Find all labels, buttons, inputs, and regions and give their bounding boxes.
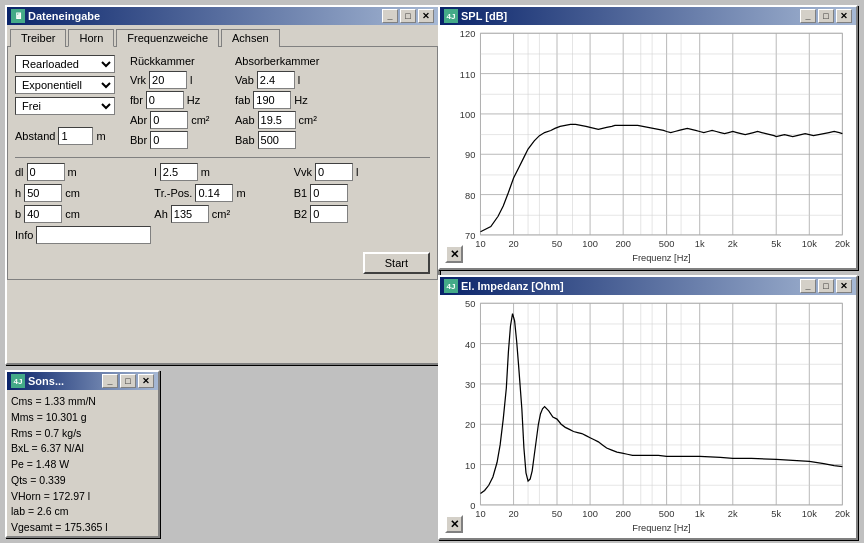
spl-minimize[interactable]: _ <box>800 9 816 23</box>
svg-text:50: 50 <box>552 239 562 249</box>
impedanz-minimize[interactable]: _ <box>800 279 816 293</box>
sons-line-1: Mms = 10.301 g <box>11 410 154 426</box>
svg-text:5k: 5k <box>771 239 781 249</box>
svg-text:1k: 1k <box>695 239 705 249</box>
impedanz-window: 4J El. Impedanz [Ohm] _ □ ✕ <box>438 275 858 540</box>
sons-line-8: Vgesamt = 175.365 l <box>11 520 154 536</box>
fbr-input[interactable] <box>146 91 184 109</box>
dateneingabe-title-bar: 🖥 Dateneingabe _ □ ✕ <box>7 7 438 25</box>
b-label: b <box>15 208 21 220</box>
svg-text:20: 20 <box>465 420 475 430</box>
fab-input[interactable] <box>253 91 291 109</box>
sons-line-4: Pe = 1.48 W <box>11 457 154 473</box>
abr-input[interactable] <box>150 111 188 129</box>
tab-frequenzweiche[interactable]: Frequenzweiche <box>116 29 219 47</box>
sons-title-bar: 4J Sons... _ □ ✕ <box>7 372 158 390</box>
sons-line-7: lab = 2.6 cm <box>11 504 154 520</box>
b1-label: B1 <box>294 187 307 199</box>
abstand-input[interactable] <box>58 127 93 145</box>
b2-input[interactable] <box>310 205 348 223</box>
svg-text:20k: 20k <box>835 239 850 249</box>
svg-text:500: 500 <box>659 509 675 519</box>
start-button[interactable]: Start <box>363 252 430 274</box>
type2-select[interactable]: Exponentiell <box>15 76 115 94</box>
b1-input[interactable] <box>310 184 348 202</box>
aab-input[interactable] <box>258 111 296 129</box>
spl-icon: 4J <box>444 9 458 23</box>
impedanz-icon: 4J <box>444 279 458 293</box>
spl-title-bar: 4J SPL [dB] _ □ ✕ <box>440 7 856 25</box>
tab-horn[interactable]: Horn <box>68 29 114 47</box>
svg-text:100: 100 <box>582 509 598 519</box>
type3-select[interactable]: Frei <box>15 97 115 115</box>
svg-text:100: 100 <box>582 239 598 249</box>
svg-text:200: 200 <box>615 239 631 249</box>
impedanz-maximize[interactable]: □ <box>818 279 834 293</box>
impedanz-chart: 0 10 20 30 40 50 10 20 50 100 200 500 1k… <box>440 295 856 538</box>
spl-close-x[interactable]: ✕ <box>445 245 463 263</box>
svg-text:5k: 5k <box>771 509 781 519</box>
bbr-input[interactable] <box>150 131 188 149</box>
abstand-unit: m <box>96 130 114 142</box>
dl-input[interactable] <box>27 163 65 181</box>
dateneingabe-window: 🖥 Dateneingabe _ □ ✕ Treiber Horn Freque… <box>5 5 440 365</box>
trpos-input[interactable] <box>195 184 233 202</box>
spl-chart: .grid-line { stroke: #ccc; stroke-width:… <box>440 25 856 268</box>
svg-text:20: 20 <box>508 509 518 519</box>
svg-text:80: 80 <box>465 191 475 201</box>
fbr-unit: Hz <box>187 94 205 106</box>
svg-text:90: 90 <box>465 150 475 160</box>
svg-text:100: 100 <box>460 110 476 120</box>
dateneingabe-minimize[interactable]: _ <box>382 9 398 23</box>
fab-unit: Hz <box>294 94 312 106</box>
vvk-label: Vvk <box>294 166 312 178</box>
fab-label: fab <box>235 94 250 106</box>
vab-input[interactable] <box>257 71 295 89</box>
vrk-unit: l <box>190 74 208 86</box>
b-unit: cm <box>65 208 83 220</box>
dateneingabe-close[interactable]: ✕ <box>418 9 434 23</box>
svg-rect-47 <box>480 303 842 505</box>
abr-label: Abr <box>130 114 147 126</box>
l-input[interactable] <box>160 163 198 181</box>
b-input[interactable] <box>24 205 62 223</box>
tab-bar: Treiber Horn Frequenzweiche Achsen <box>7 25 438 46</box>
ah-label: Ah <box>154 208 167 220</box>
b2-label: B2 <box>294 208 307 220</box>
impedanz-title-bar: 4J El. Impedanz [Ohm] _ □ ✕ <box>440 277 856 295</box>
svg-text:500: 500 <box>659 239 675 249</box>
h-input[interactable] <box>24 184 62 202</box>
fbr-label: fbr <box>130 94 143 106</box>
tab-achsen[interactable]: Achsen <box>221 29 280 47</box>
sons-line-2: Rms = 0.7 kg/s <box>11 426 154 442</box>
sons-maximize[interactable]: □ <box>120 374 136 388</box>
ah-input[interactable] <box>171 205 209 223</box>
info-input[interactable] <box>36 226 151 244</box>
sons-line-0: Cms = 1.33 mm/N <box>11 394 154 410</box>
vab-label: Vab <box>235 74 254 86</box>
bbr-label: Bbr <box>130 134 147 146</box>
impedanz-close[interactable]: ✕ <box>836 279 852 293</box>
bab-input[interactable] <box>258 131 296 149</box>
svg-text:200: 200 <box>615 509 631 519</box>
vvk-input[interactable] <box>315 163 353 181</box>
vrk-label: Vrk <box>130 74 146 86</box>
tab-treiber[interactable]: Treiber <box>10 29 66 47</box>
svg-text:40: 40 <box>465 340 475 350</box>
svg-text:70: 70 <box>465 231 475 241</box>
type1-select[interactable]: Rearloaded <box>15 55 115 73</box>
spl-title: SPL [dB] <box>461 10 507 22</box>
spl-close[interactable]: ✕ <box>836 9 852 23</box>
svg-text:50: 50 <box>552 509 562 519</box>
dateneingabe-maximize[interactable]: □ <box>400 9 416 23</box>
vrk-input[interactable] <box>149 71 187 89</box>
dateneingabe-icon: 🖥 <box>11 9 25 23</box>
rueckkammer-label: Rückkammer <box>130 55 230 67</box>
svg-text:10k: 10k <box>802 239 817 249</box>
sons-minimize[interactable]: _ <box>102 374 118 388</box>
sons-close[interactable]: ✕ <box>138 374 154 388</box>
impedanz-close-x[interactable]: ✕ <box>445 515 463 533</box>
spl-maximize[interactable]: □ <box>818 9 834 23</box>
ah-unit: cm² <box>212 208 230 220</box>
sons-icon: 4J <box>11 374 25 388</box>
